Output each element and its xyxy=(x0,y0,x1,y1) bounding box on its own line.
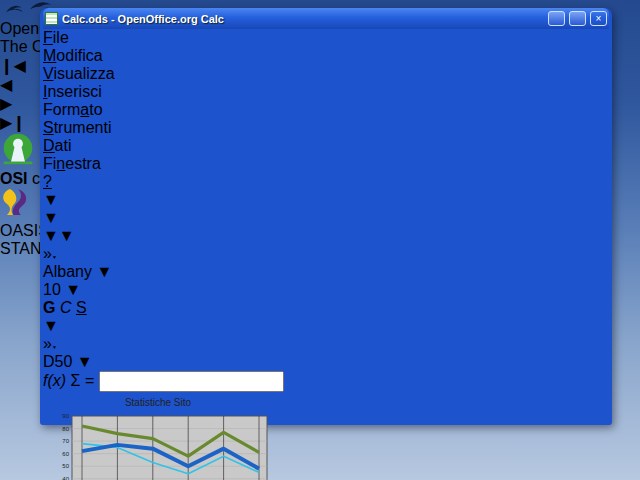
menu-finestra[interactable]: Finestra xyxy=(43,155,609,173)
menu-inserisci[interactable]: Inserisci xyxy=(43,83,609,101)
osi-keyhole-icon xyxy=(0,132,36,166)
line-chart-svg: Statistiche Sito0102030405060708090mar 0… xyxy=(43,392,273,480)
window-title: Calc.ods - OpenOffice.org Calc xyxy=(62,13,544,25)
menu-bar: FileModificaVisualizzaInserisciFormatoSt… xyxy=(43,29,609,191)
function-wizard-icon[interactable]: f(x) xyxy=(43,372,66,389)
font-size-combobox[interactable]: 10 ▼ xyxy=(43,281,87,299)
chevron-down-icon[interactable]: ▼ xyxy=(43,227,59,244)
svg-text:70: 70 xyxy=(62,438,69,444)
desktop: Calc.ods - OpenOffice.org Calc × FileMod… xyxy=(0,0,640,480)
sum-icon[interactable]: Σ xyxy=(71,372,81,389)
oasis-flame-icon xyxy=(0,188,30,218)
spreadsheet-grid[interactable]: Statistiche Sito0102030405060708090mar 0… xyxy=(43,392,609,480)
toolbar-overflow-button[interactable]: »▼ xyxy=(43,245,609,263)
svg-text:60: 60 xyxy=(62,451,69,457)
font-name-value: Albany xyxy=(43,263,92,280)
minimize-button[interactable] xyxy=(548,11,565,26)
chevron-down-icon[interactable]: ▼ xyxy=(65,281,81,298)
italic-button[interactable]: C xyxy=(60,299,72,316)
skip-start-icon: ❙◀ xyxy=(0,57,26,74)
chevron-down-icon[interactable]: ▼ xyxy=(43,317,59,334)
underline-label: S xyxy=(76,299,87,316)
arrow-left-icon: ◀ xyxy=(0,76,12,93)
formatting-toolbar: Albany ▼ 10 ▼ G C S ▼»▼ xyxy=(43,263,609,353)
underline-button[interactable]: S xyxy=(76,299,87,316)
close-icon: × xyxy=(596,14,602,24)
menu-strumenti[interactable]: Strumenti xyxy=(43,119,609,137)
toolbar-overflow-button[interactable]: »▼ xyxy=(43,335,609,353)
font-name-combobox[interactable]: Albany ▼ xyxy=(43,263,147,281)
statistiche-sito-chart[interactable]: Statistiche Sito0102030405060708090mar 0… xyxy=(43,392,273,480)
calc-app-icon xyxy=(45,12,58,25)
menu-modifica[interactable]: Modifica xyxy=(43,47,609,65)
window-content: FileModificaVisualizzaInserisciFormatoSt… xyxy=(43,29,609,480)
chevron-down-icon[interactable]: ▼ xyxy=(77,353,93,370)
chevron-down-icon[interactable]: ▼ xyxy=(96,263,112,280)
calc-window: Calc.ods - OpenOffice.org Calc × FileMod… xyxy=(40,8,612,425)
bold-label: G xyxy=(43,299,55,316)
font-size-value: 10 xyxy=(43,281,61,298)
menu-formato[interactable]: Formato xyxy=(43,101,609,119)
formula-input[interactable] xyxy=(99,371,284,392)
chevron-down-icon[interactable]: ▼ xyxy=(43,191,59,208)
svg-text:Statistiche Sito: Statistiche Sito xyxy=(125,397,192,408)
italic-label: C xyxy=(60,299,72,316)
svg-text:90: 90 xyxy=(62,413,69,419)
menu-visualizza[interactable]: Visualizza xyxy=(43,65,609,83)
arrow-right-icon: ▶ xyxy=(0,95,12,112)
svg-text:50: 50 xyxy=(62,463,69,469)
svg-text:80: 80 xyxy=(62,426,69,432)
standard-toolbar: ▼▼▼▼»▼ xyxy=(43,191,609,263)
cell-reference-value: D50 xyxy=(43,353,72,370)
menu-file[interactable]: File xyxy=(43,29,609,47)
menu-?[interactable]: ? xyxy=(43,173,609,191)
chevron-down-icon[interactable]: ▼ xyxy=(43,209,59,226)
maximize-button[interactable] xyxy=(569,11,586,26)
title-bar[interactable]: Calc.ods - OpenOffice.org Calc × xyxy=(43,8,609,29)
skip-end-icon: ▶❙ xyxy=(0,114,26,131)
bold-button[interactable]: G xyxy=(43,299,55,316)
svg-text:40: 40 xyxy=(62,476,69,480)
close-button[interactable]: × xyxy=(590,11,607,26)
cell-reference-box[interactable]: D50 ▼ xyxy=(43,353,609,371)
formula-bar: D50 ▼ f(x) Σ = xyxy=(43,353,609,392)
menu-dati[interactable]: Dati xyxy=(43,137,609,155)
chevron-down-icon[interactable]: ▼ xyxy=(59,227,75,244)
equals-icon[interactable]: = xyxy=(85,372,94,389)
